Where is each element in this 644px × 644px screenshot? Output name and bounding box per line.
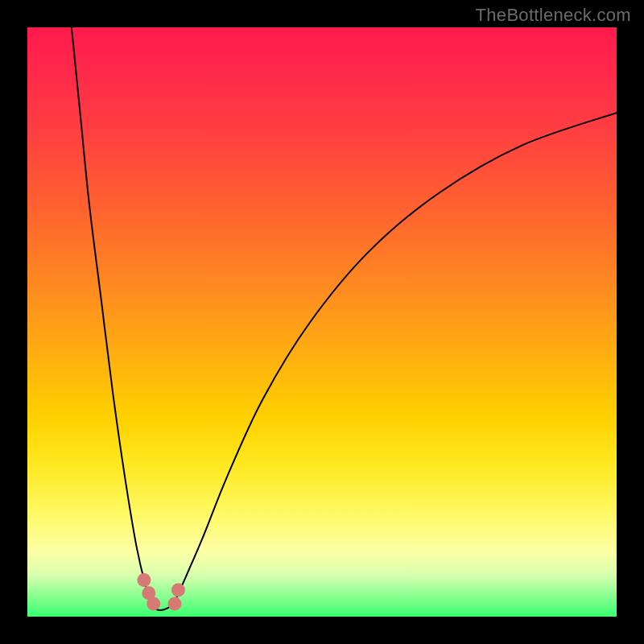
chart-curves — [27, 27, 617, 617]
data-marker — [147, 597, 160, 610]
chart-frame: TheBottleneck.com — [0, 0, 644, 644]
chart-plot-area — [27, 27, 617, 617]
data-marker — [171, 584, 185, 597]
data-marker — [137, 573, 151, 587]
bottleneck-curve — [72, 27, 617, 610]
data-marker — [168, 597, 182, 610]
watermark-label: TheBottleneck.com — [476, 5, 631, 26]
